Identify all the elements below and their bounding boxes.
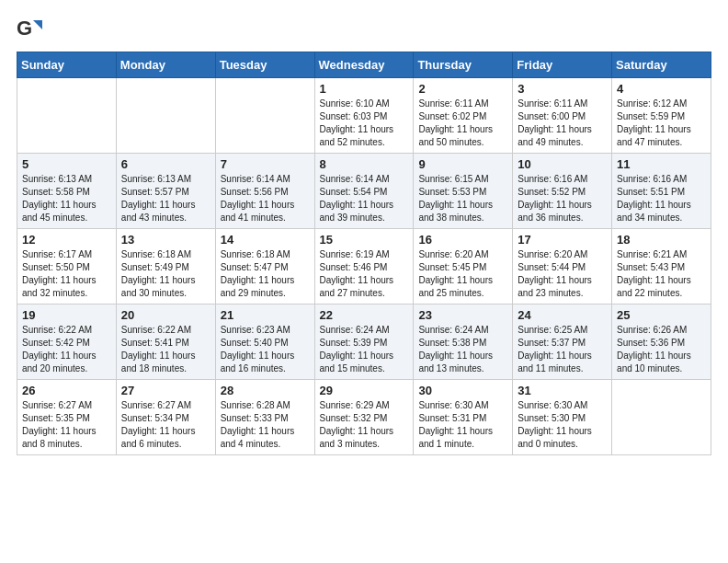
week-row-1: 1Sunrise: 6:10 AM Sunset: 6:03 PM Daylig… <box>17 78 711 154</box>
day-info: Sunrise: 6:25 AM Sunset: 5:37 PM Dayligh… <box>518 324 607 375</box>
day-number: 23 <box>418 308 507 322</box>
day-info: Sunrise: 6:14 AM Sunset: 5:56 PM Dayligh… <box>221 173 310 224</box>
weekday-monday: Monday <box>116 52 215 78</box>
day-number: 21 <box>221 308 310 322</box>
day-cell: 19Sunrise: 6:22 AM Sunset: 5:42 PM Dayli… <box>17 304 117 380</box>
day-info: Sunrise: 6:24 AM Sunset: 5:38 PM Dayligh… <box>418 324 507 375</box>
day-cell: 8Sunrise: 6:14 AM Sunset: 5:54 PM Daylig… <box>314 154 414 229</box>
day-info: Sunrise: 6:20 AM Sunset: 5:44 PM Dayligh… <box>518 248 607 300</box>
day-cell: 29Sunrise: 6:29 AM Sunset: 5:32 PM Dayli… <box>314 380 414 455</box>
day-number: 5 <box>22 157 111 171</box>
day-cell: 26Sunrise: 6:27 AM Sunset: 5:35 PM Dayli… <box>17 380 117 455</box>
day-info: Sunrise: 6:19 AM Sunset: 5:46 PM Dayligh… <box>320 248 409 300</box>
day-info: Sunrise: 6:16 AM Sunset: 5:52 PM Dayligh… <box>518 173 607 224</box>
day-info: Sunrise: 6:30 AM Sunset: 5:30 PM Dayligh… <box>518 399 607 451</box>
day-cell: 14Sunrise: 6:18 AM Sunset: 5:47 PM Dayli… <box>215 229 314 304</box>
day-cell: 16Sunrise: 6:20 AM Sunset: 5:45 PM Dayli… <box>414 229 513 304</box>
day-info: Sunrise: 6:29 AM Sunset: 5:32 PM Dayligh… <box>320 399 409 451</box>
weekday-header-row: SundayMondayTuesdayWednesdayThursdayFrid… <box>17 52 711 78</box>
day-info: Sunrise: 6:30 AM Sunset: 5:31 PM Dayligh… <box>418 399 507 451</box>
day-cell: 1Sunrise: 6:10 AM Sunset: 6:03 PM Daylig… <box>314 78 414 154</box>
weekday-sunday: Sunday <box>17 52 117 78</box>
day-number: 17 <box>518 233 607 247</box>
day-cell: 13Sunrise: 6:18 AM Sunset: 5:49 PM Dayli… <box>116 229 215 304</box>
logo-icon: G <box>17 17 42 42</box>
week-row-3: 12Sunrise: 6:17 AM Sunset: 5:50 PM Dayli… <box>17 229 711 304</box>
day-cell: 30Sunrise: 6:30 AM Sunset: 5:31 PM Dayli… <box>414 380 513 455</box>
day-info: Sunrise: 6:15 AM Sunset: 5:53 PM Dayligh… <box>418 173 507 224</box>
day-info: Sunrise: 6:21 AM Sunset: 5:43 PM Dayligh… <box>617 248 706 300</box>
day-number: 22 <box>320 308 409 322</box>
day-info: Sunrise: 6:28 AM Sunset: 5:33 PM Dayligh… <box>221 399 310 451</box>
day-cell: 10Sunrise: 6:16 AM Sunset: 5:52 PM Dayli… <box>513 154 612 229</box>
page: G SundayMondayTuesdayWednesdayThursdayFr… <box>0 0 728 465</box>
day-info: Sunrise: 6:16 AM Sunset: 5:51 PM Dayligh… <box>617 173 706 224</box>
week-row-4: 19Sunrise: 6:22 AM Sunset: 5:42 PM Dayli… <box>17 304 711 380</box>
header: G <box>17 17 711 42</box>
day-info: Sunrise: 6:22 AM Sunset: 5:42 PM Dayligh… <box>22 324 111 375</box>
day-number: 11 <box>617 157 706 171</box>
day-cell: 9Sunrise: 6:15 AM Sunset: 5:53 PM Daylig… <box>414 154 513 229</box>
day-number: 10 <box>518 157 607 171</box>
day-cell <box>612 380 711 455</box>
day-info: Sunrise: 6:11 AM Sunset: 6:02 PM Dayligh… <box>418 98 507 149</box>
day-cell: 23Sunrise: 6:24 AM Sunset: 5:38 PM Dayli… <box>414 304 513 380</box>
day-cell: 12Sunrise: 6:17 AM Sunset: 5:50 PM Dayli… <box>17 229 117 304</box>
day-info: Sunrise: 6:26 AM Sunset: 5:36 PM Dayligh… <box>617 324 706 375</box>
day-number: 27 <box>121 384 210 397</box>
day-number: 19 <box>22 308 111 322</box>
logo: G <box>17 17 44 42</box>
day-cell <box>17 78 117 154</box>
day-cell <box>116 78 215 154</box>
day-number: 13 <box>121 233 210 247</box>
day-number: 9 <box>418 157 507 171</box>
day-info: Sunrise: 6:18 AM Sunset: 5:47 PM Dayligh… <box>221 248 310 300</box>
weekday-friday: Friday <box>513 52 612 78</box>
day-number: 25 <box>617 308 706 322</box>
day-info: Sunrise: 6:23 AM Sunset: 5:40 PM Dayligh… <box>221 324 310 375</box>
day-number: 12 <box>22 233 111 247</box>
day-info: Sunrise: 6:27 AM Sunset: 5:34 PM Dayligh… <box>121 399 210 451</box>
day-cell: 24Sunrise: 6:25 AM Sunset: 5:37 PM Dayli… <box>513 304 612 380</box>
day-info: Sunrise: 6:12 AM Sunset: 5:59 PM Dayligh… <box>617 98 706 149</box>
day-cell: 20Sunrise: 6:22 AM Sunset: 5:41 PM Dayli… <box>116 304 215 380</box>
day-cell: 2Sunrise: 6:11 AM Sunset: 6:02 PM Daylig… <box>414 78 513 154</box>
day-cell: 5Sunrise: 6:13 AM Sunset: 5:58 PM Daylig… <box>17 154 117 229</box>
weekday-wednesday: Wednesday <box>314 52 414 78</box>
day-number: 24 <box>518 308 607 322</box>
day-info: Sunrise: 6:22 AM Sunset: 5:41 PM Dayligh… <box>121 324 210 375</box>
week-row-2: 5Sunrise: 6:13 AM Sunset: 5:58 PM Daylig… <box>17 154 711 229</box>
day-info: Sunrise: 6:10 AM Sunset: 6:03 PM Dayligh… <box>320 98 409 149</box>
day-number: 31 <box>518 384 607 397</box>
day-cell: 17Sunrise: 6:20 AM Sunset: 5:44 PM Dayli… <box>513 229 612 304</box>
day-number: 6 <box>121 157 210 171</box>
day-info: Sunrise: 6:24 AM Sunset: 5:39 PM Dayligh… <box>320 324 409 375</box>
calendar-table: SundayMondayTuesdayWednesdayThursdayFrid… <box>17 52 711 455</box>
day-info: Sunrise: 6:11 AM Sunset: 6:00 PM Dayligh… <box>518 98 607 149</box>
day-cell: 15Sunrise: 6:19 AM Sunset: 5:46 PM Dayli… <box>314 229 414 304</box>
day-cell: 22Sunrise: 6:24 AM Sunset: 5:39 PM Dayli… <box>314 304 414 380</box>
weekday-thursday: Thursday <box>414 52 513 78</box>
day-number: 3 <box>518 82 607 96</box>
day-number: 30 <box>418 384 507 397</box>
day-cell: 28Sunrise: 6:28 AM Sunset: 5:33 PM Dayli… <box>215 380 314 455</box>
day-number: 8 <box>320 157 409 171</box>
day-info: Sunrise: 6:20 AM Sunset: 5:45 PM Dayligh… <box>418 248 507 300</box>
svg-text:G: G <box>17 17 32 40</box>
day-cell: 21Sunrise: 6:23 AM Sunset: 5:40 PM Dayli… <box>215 304 314 380</box>
day-number: 4 <box>617 82 706 96</box>
day-number: 1 <box>320 82 409 96</box>
weekday-saturday: Saturday <box>612 52 711 78</box>
day-number: 18 <box>617 233 706 247</box>
day-number: 26 <box>22 384 111 397</box>
day-info: Sunrise: 6:13 AM Sunset: 5:58 PM Dayligh… <box>22 173 111 224</box>
day-number: 20 <box>121 308 210 322</box>
day-cell: 25Sunrise: 6:26 AM Sunset: 5:36 PM Dayli… <box>612 304 711 380</box>
day-cell: 11Sunrise: 6:16 AM Sunset: 5:51 PM Dayli… <box>612 154 711 229</box>
day-number: 28 <box>221 384 310 397</box>
day-info: Sunrise: 6:17 AM Sunset: 5:50 PM Dayligh… <box>22 248 111 300</box>
day-info: Sunrise: 6:27 AM Sunset: 5:35 PM Dayligh… <box>22 399 111 451</box>
day-cell <box>215 78 314 154</box>
day-number: 7 <box>221 157 310 171</box>
day-cell: 4Sunrise: 6:12 AM Sunset: 5:59 PM Daylig… <box>612 78 711 154</box>
